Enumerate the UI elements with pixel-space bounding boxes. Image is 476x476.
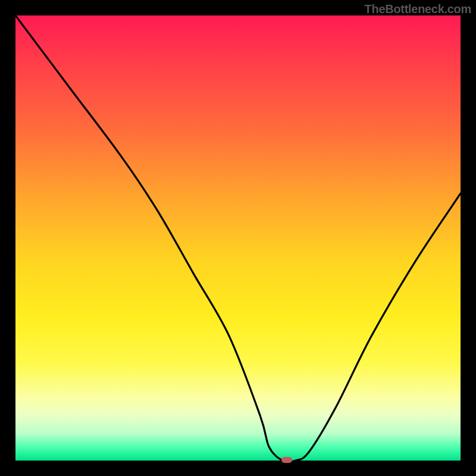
curve-path [15, 15, 461, 461]
watermark-text: TheBottleneck.com [365, 2, 471, 16]
plot-area [15, 15, 461, 461]
curve-svg [15, 15, 461, 461]
chart-container: TheBottleneck.com [0, 0, 476, 476]
optimum-marker [281, 457, 292, 463]
